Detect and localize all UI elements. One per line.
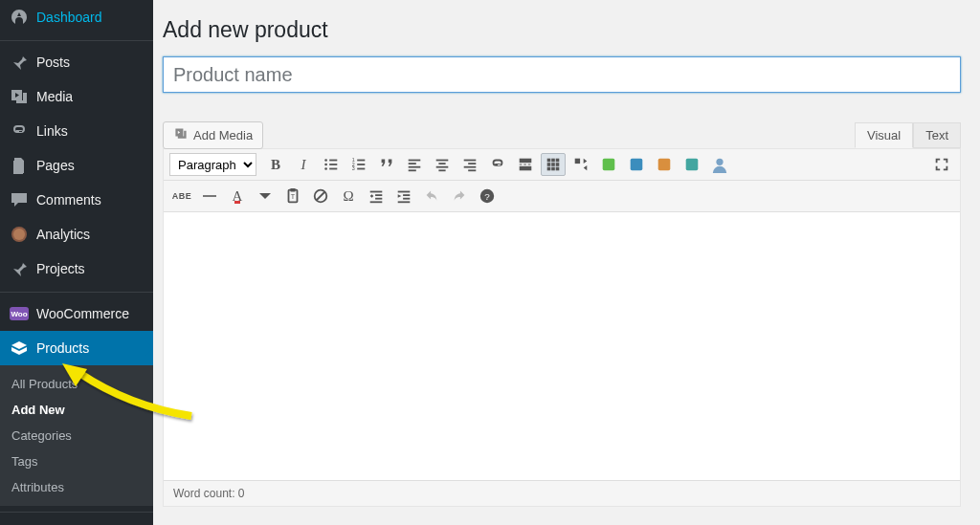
text-color-dropdown[interactable] xyxy=(253,185,278,208)
svg-point-47 xyxy=(716,159,723,165)
word-count: Word count: 0 xyxy=(173,487,244,500)
align-right-button[interactable] xyxy=(457,153,482,176)
sidebar-item-links[interactable]: Links xyxy=(0,114,153,148)
italic-button[interactable]: I xyxy=(291,153,316,176)
svg-rect-37 xyxy=(551,163,555,166)
sidebar-item-label: WooCommerce xyxy=(36,306,129,321)
bullet-list-button[interactable] xyxy=(319,153,344,176)
special-character-button[interactable]: Ω xyxy=(336,185,361,208)
svg-rect-24 xyxy=(464,160,477,162)
sidebar-item-posts[interactable]: Posts xyxy=(0,40,153,79)
svg-point-8 xyxy=(324,167,327,170)
svg-rect-31 xyxy=(528,164,531,165)
svg-rect-7 xyxy=(329,164,337,165)
svg-rect-45 xyxy=(658,159,671,171)
sidebar-item-projects[interactable]: Projects xyxy=(0,252,153,286)
read-more-button[interactable] xyxy=(513,153,538,176)
horizontal-rule-button[interactable] xyxy=(197,185,222,208)
product-name-input[interactable] xyxy=(163,56,961,93)
text-color-button[interactable]: A xyxy=(225,185,250,208)
main-content: Add new product Add Media Visual Text Pa… xyxy=(153,0,980,525)
sidebar-item-media[interactable]: Media xyxy=(0,79,153,114)
svg-rect-28 xyxy=(520,159,532,164)
editor-toolbar-row2: ABE A T Ω ? xyxy=(164,181,960,212)
blockquote-button[interactable] xyxy=(374,153,399,176)
svg-rect-43 xyxy=(603,159,615,171)
svg-rect-13 xyxy=(357,164,365,165)
svg-rect-5 xyxy=(329,160,337,162)
sidebar-item-woocommerce[interactable]: Woo WooCommerce xyxy=(0,292,153,331)
pin-icon xyxy=(10,53,29,72)
sidebar-item-dashboard[interactable]: Dashboard xyxy=(0,0,153,34)
admin-sidebar: Dashboard Posts Media Links Pages Commen… xyxy=(0,0,153,525)
editor-tabs: Visual Text xyxy=(855,122,961,148)
insert-toggle-button[interactable] xyxy=(568,153,593,176)
sidebar-item-pages[interactable]: Pages xyxy=(0,148,153,183)
submenu-attributes[interactable]: Attributes xyxy=(0,474,153,500)
svg-rect-27 xyxy=(468,169,476,171)
svg-rect-46 xyxy=(686,159,699,171)
sidebar-item-products[interactable]: Products xyxy=(0,331,153,365)
toolbar-toggle-button[interactable] xyxy=(541,153,566,176)
indent-button[interactable] xyxy=(391,185,416,208)
svg-rect-58 xyxy=(403,198,410,200)
pin-icon xyxy=(10,259,29,278)
align-center-button[interactable] xyxy=(430,153,455,176)
media-icon xyxy=(10,87,29,106)
svg-rect-22 xyxy=(436,166,449,168)
insert-user-button[interactable] xyxy=(707,153,732,176)
redo-button[interactable] xyxy=(447,185,472,208)
svg-text:?: ? xyxy=(484,191,490,202)
submenu-categories[interactable]: Categories xyxy=(0,423,153,448)
svg-rect-44 xyxy=(631,159,643,171)
svg-rect-17 xyxy=(409,163,416,164)
undo-button[interactable] xyxy=(419,185,444,208)
sidebar-item-label: Pages xyxy=(36,158,75,173)
svg-point-4 xyxy=(324,159,327,162)
tab-text[interactable]: Text xyxy=(913,122,961,148)
link-button[interactable] xyxy=(485,153,510,176)
numbered-list-button[interactable]: 123 xyxy=(346,153,371,176)
svg-rect-23 xyxy=(438,169,445,171)
svg-rect-9 xyxy=(329,168,337,170)
align-left-button[interactable] xyxy=(402,153,427,176)
svg-text:T: T xyxy=(291,192,296,201)
submenu-add-new[interactable]: Add New xyxy=(0,397,153,423)
add-media-button[interactable]: Add Media xyxy=(163,121,263,149)
link-icon xyxy=(10,121,29,141)
svg-rect-25 xyxy=(468,163,476,164)
sidebar-item-analytics[interactable]: Analytics xyxy=(0,217,153,252)
svg-rect-41 xyxy=(556,167,560,171)
shortcode-button-2[interactable] xyxy=(624,153,649,176)
svg-rect-57 xyxy=(403,194,410,196)
svg-rect-38 xyxy=(556,163,560,166)
products-submenu: All Products Add New Categories Tags Att… xyxy=(0,365,153,506)
clear-formatting-button[interactable] xyxy=(308,185,333,208)
bold-button[interactable]: B xyxy=(263,153,288,176)
strikethrough-button[interactable]: ABE xyxy=(169,185,194,208)
svg-point-6 xyxy=(324,164,327,166)
outdent-button[interactable] xyxy=(364,185,389,208)
help-button[interactable]: ? xyxy=(475,185,500,208)
sidebar-item-label: Posts xyxy=(36,55,70,70)
shortcode-button-3[interactable] xyxy=(652,153,677,176)
svg-rect-53 xyxy=(375,194,382,196)
sidebar-item-label: Analytics xyxy=(36,227,90,242)
shortcode-button-1[interactable] xyxy=(596,153,621,176)
sidebar-item-comments[interactable]: Comments xyxy=(0,183,153,217)
editor-content-area[interactable] xyxy=(164,212,960,480)
tab-visual[interactable]: Visual xyxy=(855,122,913,148)
svg-point-1 xyxy=(13,229,25,240)
sidebar-item-appearance[interactable]: Appearance xyxy=(0,512,153,525)
svg-rect-34 xyxy=(551,159,555,163)
submenu-all-products[interactable]: All Products xyxy=(0,371,153,397)
svg-rect-16 xyxy=(409,160,421,162)
format-select[interactable]: Paragraph xyxy=(169,153,256,176)
paste-text-button[interactable]: T xyxy=(280,185,305,208)
sidebar-item-label: Links xyxy=(36,123,68,139)
submenu-tags[interactable]: Tags xyxy=(0,448,153,474)
shortcode-button-4[interactable] xyxy=(679,153,704,176)
woocommerce-icon: Woo xyxy=(10,304,29,323)
svg-text:3: 3 xyxy=(352,165,355,171)
fullscreen-button[interactable] xyxy=(929,153,954,176)
